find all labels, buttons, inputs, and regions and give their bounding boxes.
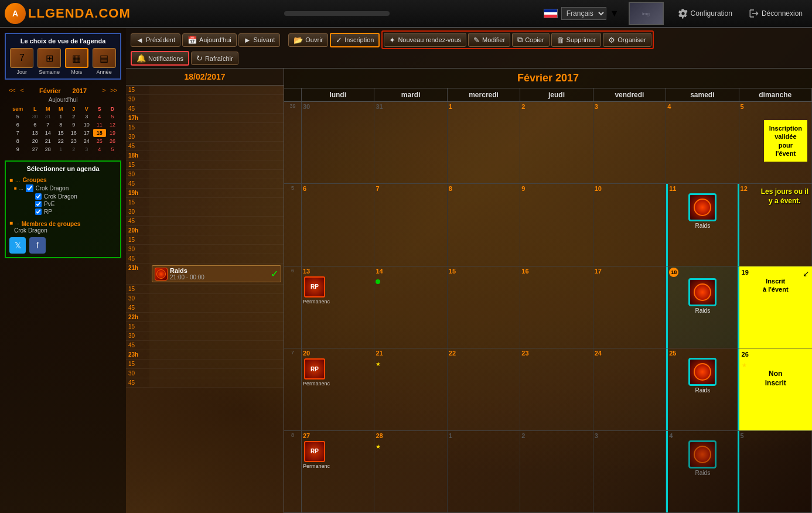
mini-cal-day[interactable]: 3 [80, 112, 93, 121]
config-button[interactable]: Configuration [673, 6, 737, 21]
sub-rp-checkbox[interactable] [35, 208, 42, 215]
next-button[interactable]: ► Suivant [238, 33, 281, 47]
day-4-mar[interactable]: 4 Raids [666, 431, 739, 512]
mini-cal-day[interactable]: 4 [93, 145, 106, 153]
day-19-feb[interactable]: 19 Inscrità l'évent ↙ [739, 266, 812, 348]
raid-event-w6[interactable] [688, 278, 717, 306]
day-4-feb[interactable]: 4 [666, 102, 739, 183]
day-7-feb[interactable]: 7 [374, 184, 447, 265]
day-21-feb[interactable]: 21 ★ [374, 348, 447, 430]
inscription-button[interactable]: ✓ Inscription [330, 33, 380, 47]
rp-event-13[interactable]: RP [303, 276, 373, 298]
mini-cal-day[interactable]: 19 [106, 129, 119, 137]
copy-button[interactable]: ⧉ Copier [512, 33, 549, 47]
day-31-jan[interactable]: 31 [374, 102, 447, 183]
mini-cal-day[interactable]: 14 [42, 129, 54, 137]
today-button[interactable]: 📅 Aujourd'hui [182, 33, 237, 47]
day-6-feb[interactable]: 6 [302, 184, 374, 265]
raid-event-w8[interactable] [688, 440, 717, 468]
facebook-button[interactable]: f [29, 237, 46, 254]
rp-event-20[interactable]: RP [303, 358, 373, 380]
view-day-button[interactable]: 7 Jour [9, 48, 35, 75]
mini-cal-day[interactable]: 5 [106, 145, 119, 153]
time-scroll[interactable]: 15 30 45 17h [126, 86, 284, 513]
view-week-button[interactable]: ⊞ Semaine [37, 48, 62, 75]
mini-cal-day[interactable]: 26 [106, 137, 119, 145]
day-1-mar[interactable]: 1 [448, 431, 520, 512]
day-16-feb[interactable]: 16 [520, 266, 593, 348]
day-26-feb[interactable]: 26 ★ Noninscrit [739, 348, 812, 430]
day-3-feb[interactable]: 3 [593, 102, 666, 183]
day-23-feb[interactable]: 23 [520, 348, 593, 430]
mini-cal-day[interactable]: 4 [93, 112, 106, 121]
day-17-feb[interactable]: 17 [593, 266, 666, 348]
lang-selector[interactable]: Français English ▼ [544, 7, 619, 20]
day-10-feb[interactable]: 10 [593, 184, 666, 265]
day-11-feb[interactable]: 11 Raids [666, 184, 739, 265]
notifications-button[interactable]: 🔔 Notifications [131, 51, 189, 66]
view-year-button[interactable]: ▤ Année [91, 48, 117, 75]
day-30-jan[interactable]: 30 [302, 102, 374, 183]
mini-cal-day[interactable]: 28 [42, 145, 54, 153]
raids-event[interactable]: Raids 21:00 - 00:00 ✓ [152, 265, 281, 282]
mini-cal-day[interactable]: 22 [54, 137, 67, 145]
mini-cal-day[interactable]: 27 [29, 145, 42, 153]
day-22-feb[interactable]: 22 [448, 348, 520, 430]
mini-cal-day[interactable]: 5 [106, 112, 119, 121]
mini-cal-day[interactable]: 21 [42, 137, 54, 145]
mini-cal-day[interactable]: 6 [29, 121, 42, 129]
twitter-button[interactable]: 𝕏 [9, 237, 26, 254]
day-2-feb[interactable]: 2 [520, 102, 593, 183]
day-5-mar[interactable]: 5 [739, 431, 812, 512]
nav-prev-prev[interactable]: << [7, 87, 18, 94]
sub-pve-checkbox[interactable] [35, 201, 42, 207]
day-8-feb[interactable]: 8 [448, 184, 520, 265]
day-25-feb[interactable]: 25 Raids [666, 348, 739, 430]
mini-cal-day[interactable]: 30 [29, 112, 42, 121]
mini-cal-day[interactable]: 10 [80, 121, 93, 129]
mini-cal-day[interactable]: 20 [29, 137, 42, 145]
mini-cal-day[interactable]: 3 [80, 145, 93, 153]
new-event-button[interactable]: ✦ Nouveau rendez-vous [384, 33, 466, 47]
mini-cal-today-day[interactable]: 18 [93, 129, 106, 137]
day-15-feb[interactable]: 15 [448, 266, 520, 348]
day-2-mar[interactable]: 2 [520, 431, 593, 512]
day-24-feb[interactable]: 24 [593, 348, 666, 430]
open-button[interactable]: 📂 Ouvrir [288, 33, 328, 47]
mini-cal-day[interactable]: 16 [67, 129, 80, 137]
mini-cal-day[interactable]: 1 [54, 112, 67, 121]
mini-cal-day[interactable]: 9 [67, 121, 80, 129]
mini-cal-day[interactable]: 17 [80, 129, 93, 137]
day-1-feb[interactable]: 1 [448, 102, 520, 183]
crok-dragon-checkbox[interactable] [26, 184, 33, 192]
mini-cal-day[interactable]: 11 [93, 121, 106, 129]
mini-cal-day[interactable]: 1 [54, 145, 67, 153]
refresh-button[interactable]: ↻ Rafraîchir [191, 52, 238, 65]
mini-cal-day[interactable]: 13 [29, 129, 42, 137]
day-20-feb[interactable]: 20 RP Permanenc [302, 348, 374, 430]
organize-button[interactable]: ⚙ Organiser [603, 33, 651, 47]
mini-cal-day[interactable]: 7 [42, 121, 54, 129]
mini-cal-day[interactable]: 31 [42, 112, 54, 121]
day-14-feb[interactable]: 14 [374, 266, 447, 348]
mini-cal-day[interactable]: 24 [80, 137, 93, 145]
mini-cal-day[interactable]: 15 [54, 129, 67, 137]
lang-select[interactable]: Français English [561, 7, 606, 20]
view-month-button[interactable]: ▦ Mois [64, 48, 90, 75]
mini-cal-today-btn[interactable]: Aujourd'hui [7, 97, 119, 103]
nav-next[interactable]: > [100, 87, 107, 94]
day-27-feb[interactable]: 27 RP Permanenc [302, 431, 374, 512]
raid-event-w7[interactable] [688, 358, 717, 386]
day-9-feb[interactable]: 9 [520, 184, 593, 265]
mini-cal-day[interactable]: 2 [67, 145, 80, 153]
rp-event-27[interactable]: RP [303, 440, 373, 463]
nav-prev[interactable]: < [19, 87, 26, 94]
delete-button[interactable]: 🗑 Supprimer [551, 33, 602, 47]
mini-cal-day[interactable]: 8 [54, 121, 67, 129]
mini-cal-day[interactable]: 12 [106, 121, 119, 129]
prev-button[interactable]: ◄ Précédent [131, 33, 180, 47]
sub-crok-checkbox[interactable] [35, 193, 42, 200]
day-13-feb[interactable]: 13 RP Permanenc [302, 266, 374, 348]
raid-event-w5[interactable] [688, 193, 717, 221]
day-18-feb-today[interactable]: 18 Raids [666, 266, 739, 348]
